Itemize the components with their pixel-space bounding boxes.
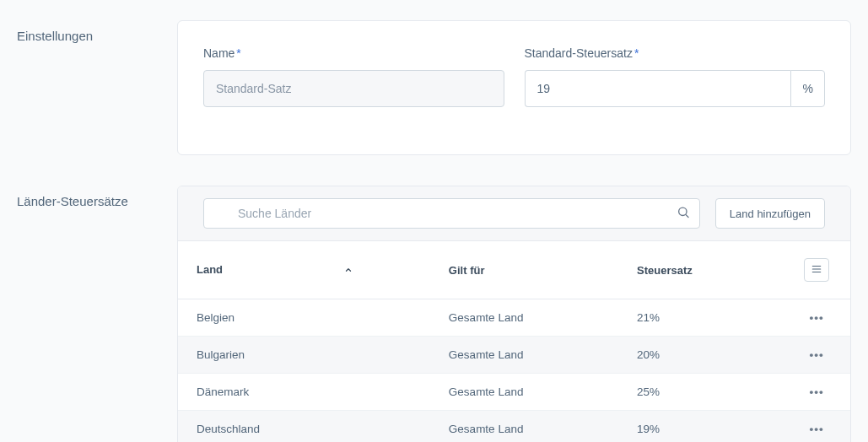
cell-country: Dänemark bbox=[178, 374, 434, 411]
cell-applies: Gesamte Land bbox=[434, 411, 622, 443]
column-header-actions bbox=[783, 241, 850, 299]
cell-rate: 25% bbox=[622, 374, 783, 411]
cell-applies: Gesamte Land bbox=[434, 337, 622, 374]
cell-actions: ••• bbox=[783, 411, 850, 443]
cell-country: Deutschland bbox=[178, 411, 434, 443]
cell-rate: 20% bbox=[622, 337, 783, 374]
row-actions-button[interactable]: ••• bbox=[810, 348, 824, 361]
cell-applies: Gesamte Land bbox=[434, 299, 622, 337]
table-row: BelgienGesamte Land21%••• bbox=[178, 299, 850, 337]
row-actions-button[interactable]: ••• bbox=[810, 423, 824, 435]
rate-input[interactable] bbox=[525, 70, 791, 107]
cell-country: Bulgarien bbox=[178, 337, 434, 374]
dots-horizontal-icon: ••• bbox=[810, 311, 824, 324]
countries-card: Land hinzufügen Land Gilt für Steuersatz bbox=[177, 186, 851, 442]
cell-applies: Gesamte Land bbox=[434, 374, 622, 411]
cell-rate: 21% bbox=[622, 299, 783, 337]
settings-section-label: Einstellungen bbox=[17, 20, 177, 155]
column-header-rate[interactable]: Steuersatz bbox=[622, 241, 783, 299]
search-input[interactable] bbox=[203, 198, 700, 229]
row-actions-button[interactable]: ••• bbox=[810, 311, 824, 324]
rate-unit: % bbox=[790, 70, 825, 107]
countries-section-label: Länder-Steuersätze bbox=[17, 186, 177, 442]
dots-horizontal-icon: ••• bbox=[810, 385, 824, 398]
list-icon bbox=[811, 263, 822, 278]
add-country-button[interactable]: Land hinzufügen bbox=[715, 198, 825, 229]
table-row: BulgarienGesamte Land20%••• bbox=[178, 337, 850, 374]
name-field-label: Name* bbox=[203, 46, 504, 60]
name-input[interactable] bbox=[203, 70, 504, 107]
column-header-country[interactable]: Land bbox=[178, 241, 434, 299]
cell-actions: ••• bbox=[783, 299, 850, 337]
column-options-button[interactable] bbox=[804, 258, 829, 282]
cell-rate: 19% bbox=[622, 411, 783, 443]
row-actions-button[interactable]: ••• bbox=[810, 385, 824, 398]
dots-horizontal-icon: ••• bbox=[810, 423, 824, 435]
table-row: DänemarkGesamte Land25%••• bbox=[178, 374, 850, 411]
cell-actions: ••• bbox=[783, 374, 850, 411]
dots-horizontal-icon: ••• bbox=[810, 348, 824, 361]
table-row: DeutschlandGesamte Land19%••• bbox=[178, 411, 850, 443]
cell-country: Belgien bbox=[178, 299, 434, 337]
cell-actions: ••• bbox=[783, 337, 850, 374]
rate-field-label: Standard-Steuersatz* bbox=[525, 46, 826, 60]
column-header-applies[interactable]: Gilt für bbox=[434, 241, 622, 299]
settings-card: Name* Standard-Steuersatz* % bbox=[177, 20, 851, 155]
sort-caret-up-icon bbox=[344, 264, 353, 277]
